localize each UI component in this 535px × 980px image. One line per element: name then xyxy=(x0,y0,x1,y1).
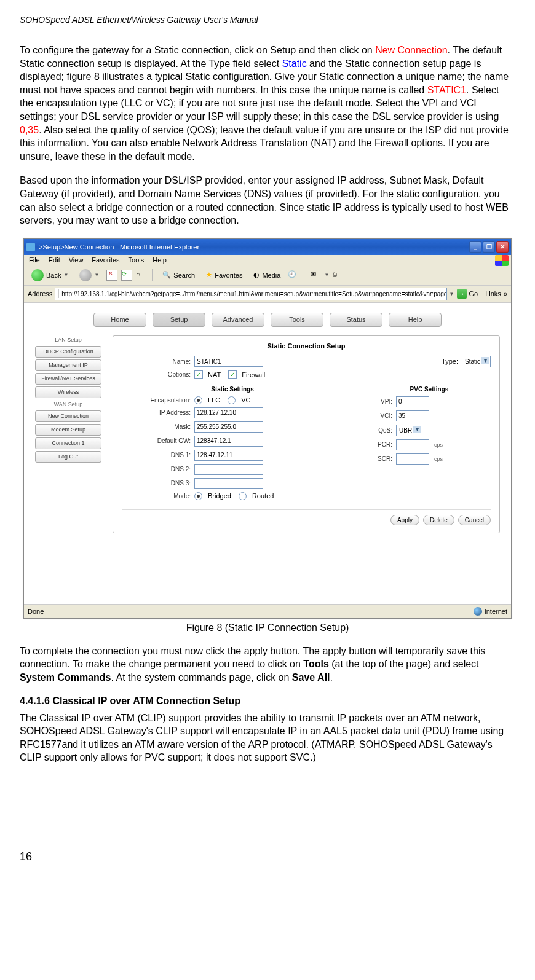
firewall-checkbox[interactable]: ✓ xyxy=(228,370,237,379)
p3-b: (at the top of the page) and select xyxy=(329,659,479,669)
go-button[interactable]: → xyxy=(457,289,467,299)
links-expand-icon[interactable]: » xyxy=(504,290,507,297)
encap-label: Encapsulation: xyxy=(122,397,191,404)
document-header: SOHOSpeed ADSL Ethernet/Wireless Gateway… xyxy=(20,15,515,26)
gw-label: Default GW: xyxy=(122,437,191,444)
sidebar-mgmt-ip[interactable]: Management IP xyxy=(35,359,101,371)
nat-checkbox[interactable]: ✓ xyxy=(194,370,203,379)
browser-toolbar: Back ▼ ▼ ⌂ 🔍 Search ★ Favorites ◐ Media xyxy=(24,265,511,286)
sidebar-new-connection[interactable]: New Connection xyxy=(35,410,101,422)
minimize-button[interactable]: _ xyxy=(469,241,482,253)
cancel-button[interactable]: Cancel xyxy=(458,515,491,525)
history-icon[interactable]: 🕘 xyxy=(288,270,298,280)
p1-text-e: . Also select the quality of service (QO… xyxy=(20,125,509,162)
sidebar-firewall-nat[interactable]: Firewall/NAT Services xyxy=(35,373,101,385)
nav-advanced[interactable]: Advanced xyxy=(212,313,264,327)
dns1-input[interactable]: 128.47.12.11 xyxy=(194,450,263,461)
sidebar-modem-setup[interactable]: Modem Setup xyxy=(35,424,101,436)
address-label: Address xyxy=(28,290,52,297)
menu-tools[interactable]: Tools xyxy=(129,256,145,264)
scr-unit: cps xyxy=(434,456,443,462)
vc-radio[interactable] xyxy=(228,396,236,404)
vpi-label: VPI: xyxy=(368,398,392,405)
apply-button[interactable]: Apply xyxy=(390,515,419,525)
ip-input[interactable]: 128.127.12.10 xyxy=(194,407,263,418)
url-input[interactable]: http://192.168.1.1/cgi-bin/webcm?getpage… xyxy=(55,288,446,300)
forward-dropdown-icon[interactable]: ▼ xyxy=(94,272,99,278)
mode-label: Mode: xyxy=(122,493,191,500)
nav-status[interactable]: Status xyxy=(330,313,382,327)
sidebar-logout[interactable]: Log Out xyxy=(35,451,101,463)
figure-8-screenshot: >Setup>New Connection - Microsoft Intern… xyxy=(23,238,512,619)
go-label: Go xyxy=(469,290,478,297)
back-button[interactable]: Back ▼ xyxy=(28,268,72,283)
paragraph-2: Based upon the information your DSL/ISP … xyxy=(20,174,515,227)
nav-help[interactable]: Help xyxy=(389,313,442,327)
forward-button[interactable]: ▼ xyxy=(76,268,103,283)
stop-icon[interactable] xyxy=(106,270,117,281)
vpi-input[interactable]: 0 xyxy=(396,396,429,407)
mask-input[interactable]: 255.255.255.0 xyxy=(194,421,263,433)
llc-radio[interactable] xyxy=(194,396,202,404)
options-label: Options: xyxy=(122,371,191,378)
ie-icon xyxy=(26,243,35,251)
status-text: Done xyxy=(28,608,44,615)
qos-select[interactable]: UBR xyxy=(396,425,422,436)
nat-label: NAT xyxy=(208,371,221,378)
media-label: Media xyxy=(262,272,280,279)
sidebar: LAN Setup DHCP Configuration Management … xyxy=(35,335,101,533)
p3-c: . At the system commands page, click on xyxy=(111,672,292,683)
scr-label: SCR: xyxy=(368,455,392,462)
media-button[interactable]: ◐ Media xyxy=(250,270,284,280)
sidebar-dhcp[interactable]: DHCP Configuration xyxy=(35,346,101,358)
setup-panel: Static Connection Setup Name: STATIC1 Ty… xyxy=(113,335,500,533)
mail-dropdown-icon[interactable]: ▼ xyxy=(324,272,329,278)
section-heading: 4.4.1.6 Classical IP over ATM Connection… xyxy=(20,696,515,707)
menu-view[interactable]: View xyxy=(69,256,84,264)
back-dropdown-icon[interactable]: ▼ xyxy=(63,272,68,278)
routed-radio[interactable] xyxy=(239,492,247,500)
pcr-input[interactable] xyxy=(396,439,429,450)
back-arrow-icon xyxy=(31,269,44,281)
menu-favorites[interactable]: Favorites xyxy=(92,256,119,264)
search-button[interactable]: 🔍 Search xyxy=(159,270,199,280)
menu-help[interactable]: Help xyxy=(153,256,167,264)
p1-static1: STATIC1 xyxy=(427,85,466,95)
dns3-label: DNS 3: xyxy=(122,480,191,487)
routed-label: Routed xyxy=(252,492,274,500)
menu-file[interactable]: File xyxy=(29,256,40,264)
nav-setup[interactable]: Setup xyxy=(153,313,205,327)
url-dropdown-icon[interactable]: ▼ xyxy=(450,291,454,297)
name-input[interactable]: STATIC1 xyxy=(194,356,263,367)
paragraph-1: To configure the gateway for a Static co… xyxy=(20,44,515,163)
dns3-input[interactable] xyxy=(194,478,263,489)
bridged-radio[interactable] xyxy=(194,492,202,500)
nav-tools[interactable]: Tools xyxy=(271,313,323,327)
dns2-input[interactable] xyxy=(194,464,263,475)
page-number: 16 xyxy=(20,850,515,863)
links-label[interactable]: Links xyxy=(485,290,501,297)
close-button[interactable]: ✕ xyxy=(496,241,509,253)
vci-input[interactable]: 35 xyxy=(396,410,429,421)
home-icon[interactable]: ⌂ xyxy=(136,270,146,280)
sidebar-wireless[interactable]: Wireless xyxy=(35,386,101,398)
delete-button[interactable]: Delete xyxy=(423,515,454,525)
mail-icon[interactable]: ✉ xyxy=(311,270,320,280)
paragraph-3: To complete the connection you must now … xyxy=(20,645,515,684)
menu-edit[interactable]: Edit xyxy=(49,256,60,264)
gw-input[interactable]: 128347.12.1 xyxy=(194,436,263,447)
refresh-icon[interactable] xyxy=(121,270,132,281)
type-select[interactable]: Static xyxy=(462,356,491,367)
print-icon[interactable]: ⎙ xyxy=(333,270,343,280)
maximize-button[interactable]: ❐ xyxy=(483,241,495,253)
qos-label: QoS: xyxy=(368,427,392,434)
sidebar-lan-label: LAN Setup xyxy=(35,335,101,344)
nav-home[interactable]: Home xyxy=(93,313,146,327)
sidebar-connection-1[interactable]: Connection 1 xyxy=(35,437,101,449)
scr-input[interactable] xyxy=(396,453,429,465)
name-label: Name: xyxy=(122,358,191,365)
p3-d: . xyxy=(330,672,333,683)
favorites-button[interactable]: ★ Favorites xyxy=(202,270,246,280)
firewall-label: Firewall xyxy=(242,371,265,378)
mask-label: Mask: xyxy=(122,423,191,430)
